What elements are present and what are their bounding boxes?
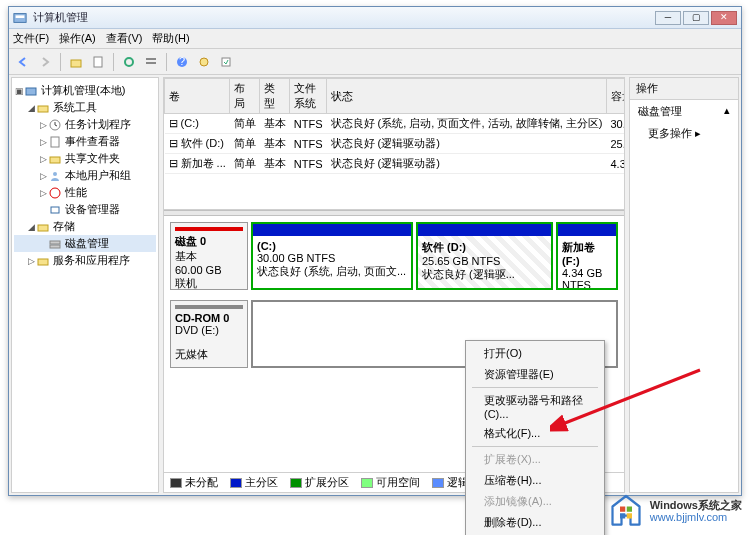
- legend-unalloc: 未分配: [185, 476, 218, 488]
- disk-0-row: 磁盘 0 基本 60.00 GB 联机 (C:) 30.00 GB NTFS 状…: [170, 222, 618, 290]
- legend-extended: 扩展分区: [305, 476, 349, 488]
- maximize-button[interactable]: ▢: [683, 11, 709, 25]
- svg-rect-15: [50, 157, 60, 163]
- settings-icon[interactable]: [194, 52, 214, 72]
- actions-panel: 操作 磁盘管理▴ 更多操作 ▸: [629, 77, 739, 493]
- minimize-button[interactable]: ─: [655, 11, 681, 25]
- menubar: 文件(F) 操作(A) 查看(V) 帮助(H): [9, 29, 741, 49]
- up-button[interactable]: [66, 52, 86, 72]
- col-layout[interactable]: 布局: [230, 79, 260, 114]
- refresh-button[interactable]: [119, 52, 139, 72]
- tree-system-tools[interactable]: ◢系统工具: [14, 99, 156, 116]
- cdrom-status: 无媒体: [175, 348, 208, 360]
- menu-help[interactable]: 帮助(H): [152, 31, 189, 46]
- tree-shared-folders[interactable]: ▷共享文件夹: [14, 150, 156, 167]
- forward-button[interactable]: [35, 52, 55, 72]
- part-name: 软件 (D:): [422, 241, 466, 253]
- tree-root[interactable]: ▣计算机管理(本地): [14, 82, 156, 99]
- col-fs[interactable]: 文件系统: [290, 79, 327, 114]
- svg-rect-18: [51, 207, 59, 213]
- cdrom-title: CD-ROM 0: [175, 312, 229, 324]
- watermark-title: Windows系统之家: [650, 499, 742, 511]
- cdrom-type: DVD (E:): [175, 324, 219, 336]
- partition-f[interactable]: 新加卷 (F:) 4.34 GB NTFS: [556, 222, 618, 290]
- svg-point-9: [200, 58, 208, 66]
- partition-c[interactable]: (C:) 30.00 GB NTFS 状态良好 (系统, 启动, 页面文...: [251, 222, 413, 290]
- tree-disk-management[interactable]: 磁盘管理: [14, 235, 156, 252]
- svg-rect-14: [51, 137, 59, 147]
- menu-file[interactable]: 文件(F): [13, 31, 49, 46]
- tree-task-scheduler[interactable]: ▷任务计划程序: [14, 116, 156, 133]
- properties-button[interactable]: [88, 52, 108, 72]
- svg-rect-19: [38, 225, 48, 231]
- tree-event-viewer[interactable]: ▷事件查看器: [14, 133, 156, 150]
- separator: [60, 53, 61, 71]
- col-type[interactable]: 类型: [260, 79, 290, 114]
- part-size: 4.34 GB NTFS: [562, 267, 602, 290]
- col-capacity[interactable]: 容量: [606, 79, 624, 114]
- separator: [166, 53, 167, 71]
- window-title: 计算机管理: [33, 10, 653, 25]
- close-button[interactable]: ✕: [711, 11, 737, 25]
- table-row[interactable]: ⊟ 新加卷 ...简单基本NTFS状态良好 (逻辑驱动器)4.34 GB4...: [165, 154, 625, 174]
- cdrom-info[interactable]: CD-ROM 0 DVD (E:) 无媒体: [170, 300, 248, 368]
- navigation-tree: ▣计算机管理(本地) ◢系统工具 ▷任务计划程序 ▷事件查看器 ▷共享文件夹 ▷…: [11, 77, 159, 493]
- titlebar: 计算机管理 ─ ▢ ✕: [9, 7, 741, 29]
- actions-more[interactable]: 更多操作 ▸: [630, 123, 738, 144]
- help-button[interactable]: ?: [172, 52, 192, 72]
- svg-rect-20: [50, 241, 60, 244]
- menu-view[interactable]: 查看(V): [106, 31, 143, 46]
- ctx-change-letter[interactable]: 更改驱动器号和路径(C)...: [468, 390, 602, 423]
- tree-storage[interactable]: ◢存储: [14, 218, 156, 235]
- menu-action[interactable]: 操作(A): [59, 31, 96, 46]
- svg-rect-10: [222, 58, 230, 66]
- svg-rect-5: [146, 58, 156, 60]
- svg-point-17: [50, 188, 60, 198]
- menu-separator: [472, 446, 598, 447]
- part-status: 状态良好 (系统, 启动, 页面文...: [257, 265, 406, 277]
- part-status: 状态良好 (逻辑驱...: [422, 268, 515, 280]
- ctx-open[interactable]: 打开(O): [468, 343, 602, 364]
- legend-primary: 主分区: [245, 476, 278, 488]
- tree-label: 共享文件夹: [65, 151, 120, 166]
- svg-rect-2: [71, 60, 81, 67]
- ctx-shrink[interactable]: 压缩卷(H)...: [468, 470, 602, 491]
- legend-free: 可用空间: [376, 476, 420, 488]
- ctx-delete[interactable]: 删除卷(D)...: [468, 512, 602, 533]
- svg-point-16: [53, 172, 57, 176]
- menu-separator: [472, 387, 598, 388]
- part-size: 25.65 GB NTFS: [422, 255, 500, 267]
- disk-title: 磁盘 0: [175, 235, 206, 247]
- table-row[interactable]: ⊟ (C:)简单基本NTFS状态良好 (系统, 启动, 页面文件, 活动, 故障…: [165, 114, 625, 134]
- tree-device-manager[interactable]: 设备管理器: [14, 201, 156, 218]
- back-button[interactable]: [13, 52, 33, 72]
- svg-rect-1: [16, 15, 25, 18]
- list-button[interactable]: [141, 52, 161, 72]
- part-size: 30.00 GB NTFS: [257, 252, 335, 264]
- table-row[interactable]: ⊟ 软件 (D:)简单基本NTFS状态良好 (逻辑驱动器)25.65 GB2..…: [165, 134, 625, 154]
- disk-size: 60.00 GB: [175, 264, 221, 276]
- disk-0-info[interactable]: 磁盘 0 基本 60.00 GB 联机: [170, 222, 248, 290]
- col-status[interactable]: 状态: [327, 79, 607, 114]
- ctx-explorer[interactable]: 资源管理器(E): [468, 364, 602, 385]
- actions-dm[interactable]: 磁盘管理▴: [630, 100, 738, 123]
- tree-services-apps[interactable]: ▷服务和应用程序: [14, 252, 156, 269]
- tree-label: 服务和应用程序: [53, 253, 130, 268]
- volume-table: 卷 布局 类型 文件系统 状态 容量 可... ⊟ (C:)简单基本NTFS状态…: [164, 78, 624, 174]
- svg-rect-12: [38, 106, 48, 112]
- svg-rect-27: [627, 513, 632, 518]
- tree-label: 系统工具: [53, 100, 97, 115]
- col-volume[interactable]: 卷: [165, 79, 230, 114]
- tree-local-users[interactable]: ▷本地用户和组: [14, 167, 156, 184]
- ctx-format[interactable]: 格式化(F)...: [468, 423, 602, 444]
- tree-performance[interactable]: ▷性能: [14, 184, 156, 201]
- svg-rect-22: [38, 259, 48, 265]
- chevron-right-icon: ▸: [695, 127, 701, 139]
- app-icon: [13, 11, 27, 25]
- rescan-icon[interactable]: [216, 52, 236, 72]
- tree-label: 任务计划程序: [65, 117, 131, 132]
- svg-rect-21: [50, 245, 60, 248]
- actions-header: 操作: [630, 78, 738, 100]
- watermark: Windows系统之家 www.bjjmlv.com: [608, 493, 742, 529]
- partition-d[interactable]: 软件 (D:) 25.65 GB NTFS 状态良好 (逻辑驱...: [416, 222, 553, 290]
